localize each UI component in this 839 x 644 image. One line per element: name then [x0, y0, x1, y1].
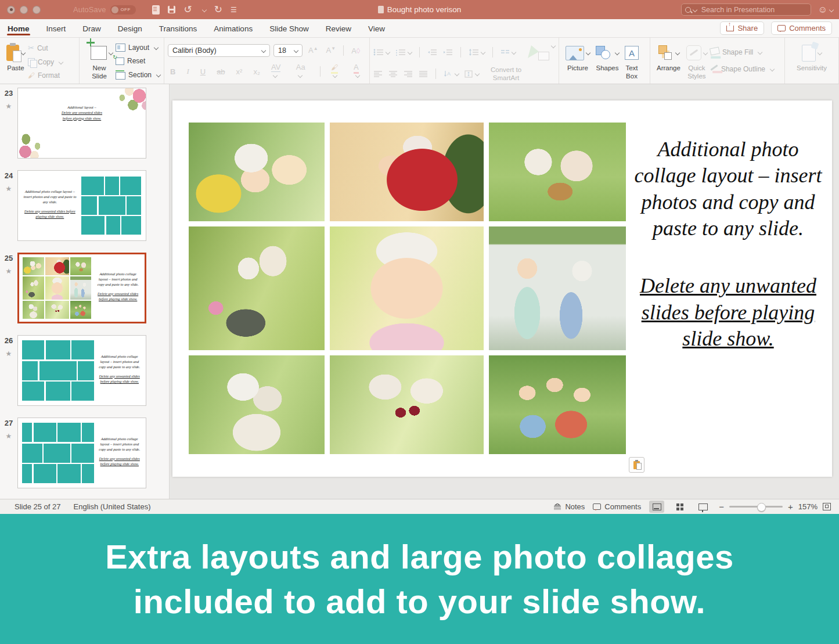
align-left-button[interactable]	[373, 70, 383, 77]
comments-button-status[interactable]: Comments	[593, 502, 641, 511]
toolbar-more-icon[interactable]: ☰	[231, 6, 237, 13]
photo-senior-woman-portrait[interactable]	[330, 226, 484, 350]
zoom-slider[interactable]	[729, 506, 783, 508]
highlight-color-button[interactable]	[329, 63, 345, 80]
notes-button[interactable]: Notes	[553, 502, 585, 511]
reset-button[interactable]: Reset	[116, 57, 160, 65]
tab-design[interactable]: Design	[117, 21, 143, 36]
autosave-toggle[interactable]: OFF	[110, 5, 136, 15]
undo-chevron-icon[interactable]	[201, 7, 206, 12]
clear-formatting-button[interactable]: A◊	[349, 46, 362, 55]
zoom-window-button[interactable]	[33, 6, 41, 14]
shape-outline-button[interactable]: Shape Outline	[710, 65, 774, 73]
slideshow-view-button[interactable]	[696, 501, 711, 513]
align-right-button[interactable]	[404, 70, 413, 77]
format-painter-button[interactable]: Format	[28, 71, 63, 80]
paste-chevron-icon[interactable]	[21, 51, 26, 55]
undo-icon[interactable]: ↺	[183, 5, 192, 15]
arrange-button[interactable]: Arrange	[657, 42, 680, 73]
numbering-button[interactable]	[395, 49, 412, 56]
tab-animations[interactable]: Animations	[213, 21, 253, 36]
photo-three-generations-women[interactable]	[189, 123, 325, 221]
underline-button[interactable]: U	[198, 67, 208, 76]
quick-styles-button[interactable]: QuickStyles	[686, 42, 707, 81]
layout-button[interactable]: Layout	[116, 44, 160, 52]
decrease-indent-button[interactable]	[427, 49, 437, 56]
search-chevron-icon[interactable]	[692, 7, 697, 12]
tab-home[interactable]: Home	[7, 21, 30, 36]
slide-thumbnail-23[interactable]: Additional layout – Delete any unwanted …	[17, 88, 146, 159]
superscript-button[interactable]: x²	[234, 67, 245, 76]
photo-senior-couple-bicycles[interactable]	[189, 226, 325, 350]
convert-smartart-button[interactable]	[530, 44, 555, 60]
shapes-button[interactable]: Shapes	[596, 42, 619, 73]
tab-slide-show[interactable]: Slide Show	[269, 21, 309, 36]
zoom-out-button[interactable]: −	[719, 502, 724, 512]
share-button[interactable]: Share	[720, 21, 764, 35]
slide-thumbnail-27[interactable]: Additional photo collage layout – insert…	[17, 418, 146, 488]
save-icon[interactable]	[168, 6, 175, 13]
shape-outline-chevron-icon	[770, 67, 775, 71]
bold-button[interactable]: B	[168, 67, 178, 76]
increase-indent-button[interactable]	[443, 49, 453, 56]
feedback-smiley-icon[interactable]: ☺	[818, 5, 827, 15]
paste-options-button[interactable]	[629, 457, 644, 473]
change-case-button[interactable]: Aa	[294, 63, 312, 80]
tab-insert[interactable]: Insert	[46, 21, 67, 36]
tab-transitions[interactable]: Transitions	[159, 21, 198, 36]
fit-slide-to-window-icon[interactable]	[823, 503, 831, 510]
redo-icon[interactable]: ↻	[214, 5, 222, 15]
zoom-in-button[interactable]: +	[788, 502, 793, 512]
justify-button[interactable]	[419, 70, 428, 77]
text-box-button[interactable]: A TextBox	[625, 42, 639, 81]
sensitivity-button[interactable]: Sensitivity	[797, 42, 827, 73]
new-slide-button[interactable]: NewSlide	[86, 42, 113, 81]
shape-fill-button[interactable]: Shape Fill	[710, 48, 774, 56]
photo-senior-couple-picnic[interactable]	[489, 123, 626, 221]
photo-senior-couple-wine-toast[interactable]	[330, 355, 484, 454]
bullets-button[interactable]	[373, 49, 390, 56]
slide-sorter-view-button[interactable]	[672, 501, 687, 513]
comments-button[interactable]: Comments	[771, 21, 832, 35]
feedback-chevron-icon[interactable]	[829, 7, 834, 12]
copy-button[interactable]: Copy	[28, 58, 63, 66]
slide-text-block[interactable]: Additional photo collage layout – insert…	[632, 136, 824, 352]
line-spacing-button[interactable]	[469, 49, 485, 56]
text-direction-button[interactable]: A	[444, 70, 459, 78]
normal-view-button[interactable]	[649, 501, 664, 513]
font-name-select[interactable]: Calibri (Body)	[168, 44, 270, 57]
align-center-button[interactable]	[388, 70, 398, 77]
photo-grandparents-grandchildren-house[interactable]	[489, 226, 626, 350]
align-text-vertical-button[interactable]	[464, 70, 479, 78]
italic-button[interactable]: I	[184, 67, 191, 76]
strikethrough-button[interactable]: ab	[214, 67, 227, 76]
paste-button[interactable]: Paste	[6, 42, 25, 73]
search-input[interactable]: Search in Presentation	[681, 3, 811, 16]
tab-view[interactable]: View	[368, 21, 386, 36]
font-size-select[interactable]: 18	[273, 44, 303, 57]
photo-family-group-selfie[interactable]	[489, 355, 626, 454]
new-document-icon[interactable]	[152, 5, 160, 15]
photo-christmas-decorating[interactable]	[330, 123, 484, 221]
cut-button[interactable]: Cut	[28, 44, 63, 52]
character-spacing-button[interactable]: AV	[269, 63, 287, 80]
subscript-button[interactable]: x₂	[251, 67, 262, 76]
slide-thumbnail-24[interactable]: Additional photo collage layout – insert…	[17, 170, 146, 241]
font-color-button[interactable]: A	[351, 63, 366, 80]
columns-button[interactable]	[500, 49, 516, 56]
picture-button[interactable]: Picture	[566, 42, 590, 73]
tab-draw[interactable]: Draw	[82, 21, 102, 36]
tab-review[interactable]: Review	[325, 21, 352, 36]
zoom-level[interactable]: 157%	[798, 502, 818, 511]
section-button[interactable]: Section	[116, 70, 160, 80]
slide-25-canvas[interactable]: Additional photo collage layout – insert…	[172, 100, 832, 477]
shrink-font-button[interactable]: A▼	[324, 46, 339, 55]
slide-thumbnail-25-selected[interactable]: Additional photo collage layout – insert…	[17, 253, 146, 323]
minimize-button[interactable]	[20, 6, 28, 14]
slide-thumbnail-26[interactable]: Additional photo collage layout – insert…	[17, 335, 146, 406]
close-button[interactable]	[7, 6, 15, 14]
language-selector[interactable]: English (United States)	[74, 502, 151, 511]
photo-senior-couple-hugging[interactable]	[189, 355, 325, 454]
zoom-slider-knob[interactable]	[757, 503, 766, 512]
grow-font-button[interactable]: A▲	[306, 46, 321, 55]
